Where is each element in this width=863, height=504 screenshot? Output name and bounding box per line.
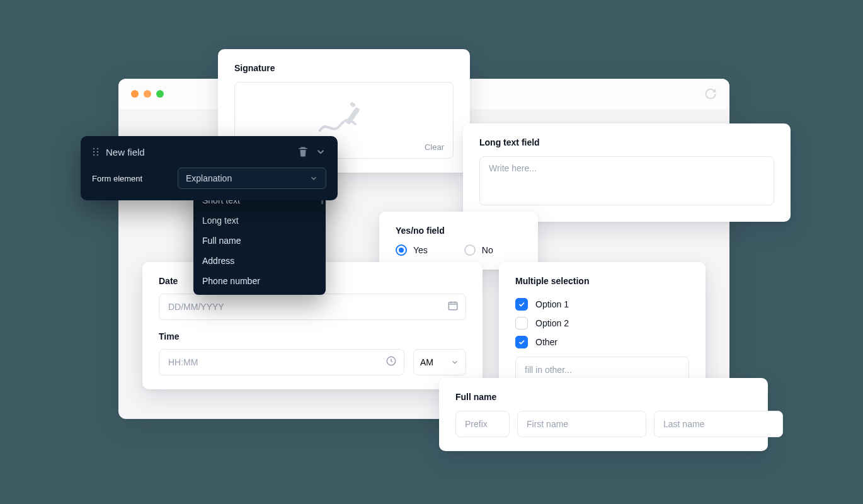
checkbox-label: Option 1 — [535, 299, 569, 309]
new-field-panel: New field Form element Explanation — [81, 136, 338, 200]
yes-no-card: Yes/no field Yes No — [379, 212, 538, 270]
chevron-down-icon — [450, 358, 459, 367]
chevron-down-icon[interactable] — [315, 146, 326, 158]
radio-no[interactable]: No — [464, 244, 493, 256]
form-element-selected: Explanation — [186, 173, 232, 183]
window-minimize-dot[interactable] — [144, 90, 151, 98]
time-input[interactable] — [159, 349, 404, 375]
svg-point-6 — [93, 154, 95, 156]
ampm-value: AM — [420, 357, 433, 367]
form-element-dropdown: Short text Long text Full name Address P… — [193, 186, 326, 295]
checkbox-option-2[interactable]: Option 2 — [515, 314, 689, 333]
dropdown-option[interactable]: Phone number — [193, 271, 326, 291]
svg-rect-8 — [449, 302, 457, 310]
checkbox-option-1[interactable]: Option 1 — [515, 295, 689, 314]
checkbox-icon — [515, 317, 528, 329]
checkbox-other[interactable]: Other — [515, 333, 689, 352]
checkbox-icon — [515, 336, 528, 348]
dropdown-option[interactable]: Long text — [193, 210, 326, 231]
window-maximize-dot[interactable] — [156, 90, 164, 98]
ampm-select[interactable]: AM — [413, 349, 466, 375]
multiple-selection-title: Multiple selection — [515, 276, 689, 286]
new-field-title: New field — [106, 147, 291, 158]
signature-clear-button[interactable]: Clear — [425, 142, 444, 152]
drag-handle-icon[interactable] — [92, 147, 100, 156]
form-element-label: Form element — [92, 174, 168, 183]
svg-point-3 — [97, 148, 99, 150]
full-name-card: Full name — [439, 378, 768, 451]
radio-icon — [464, 244, 476, 256]
dropdown-option[interactable]: Full name — [193, 231, 326, 251]
signature-scribble-icon — [314, 101, 374, 139]
trash-icon[interactable] — [297, 146, 309, 158]
checkbox-icon — [515, 298, 528, 311]
long-text-card: Long text field — [463, 123, 791, 222]
checkbox-label: Option 2 — [535, 318, 569, 328]
clock-icon[interactable] — [386, 355, 397, 369]
full-name-title: Full name — [455, 392, 752, 402]
last-name-input[interactable] — [654, 411, 783, 437]
reload-icon[interactable] — [704, 88, 717, 100]
svg-rect-1 — [350, 101, 356, 108]
dropdown-option[interactable]: Address — [193, 251, 326, 271]
signature-title: Signature — [234, 63, 454, 73]
chevron-down-icon — [309, 174, 318, 183]
calendar-icon[interactable] — [447, 300, 459, 314]
radio-yes-label: Yes — [413, 245, 428, 255]
window-close-dot[interactable] — [131, 90, 139, 98]
first-name-input[interactable] — [517, 411, 646, 437]
prefix-input[interactable] — [455, 411, 510, 437]
long-text-input[interactable] — [479, 156, 774, 205]
svg-point-4 — [93, 151, 95, 153]
radio-yes[interactable]: Yes — [396, 244, 428, 256]
radio-icon — [396, 244, 407, 256]
multiple-selection-card: Multiple selection Option 1 Option 2 Oth… — [499, 262, 706, 397]
svg-point-7 — [97, 154, 99, 156]
radio-no-label: No — [482, 245, 493, 255]
long-text-title: Long text field — [479, 137, 774, 147]
yes-no-title: Yes/no field — [396, 226, 522, 236]
form-element-select[interactable]: Explanation — [178, 168, 326, 189]
svg-point-5 — [97, 151, 99, 153]
time-label: Time — [159, 331, 466, 341]
checkbox-label: Other — [535, 337, 557, 347]
svg-point-2 — [93, 148, 95, 150]
date-input[interactable] — [159, 294, 466, 320]
